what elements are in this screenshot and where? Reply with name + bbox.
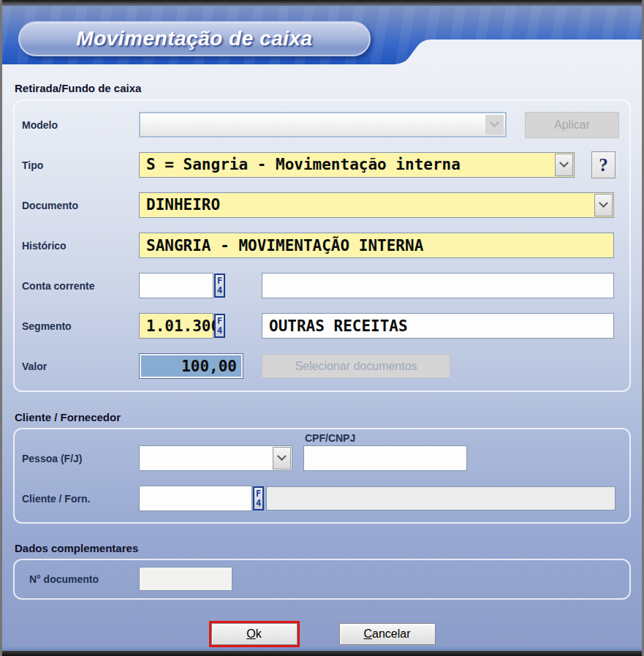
cliente-forn-f4-button[interactable]: F 4 bbox=[253, 486, 264, 510]
num-documento-row: N° documento bbox=[29, 567, 622, 591]
documento-select[interactable]: DINHEIRO bbox=[139, 192, 614, 218]
chevron-down-icon bbox=[599, 198, 608, 208]
ok-button-label: k bbox=[256, 627, 262, 641]
num-documento-label: N° documento bbox=[29, 573, 139, 585]
section-title-retirada: Retirada/Fundo de caixa bbox=[15, 64, 629, 94]
header-swoosh bbox=[393, 39, 642, 64]
dialog-body: Retirada/Fundo de caixa Modelo Aplicar T… bbox=[2, 64, 642, 646]
pessoa-label: Pessoa (F/J) bbox=[22, 453, 139, 471]
cliente-forn-label: Cliente / Forn. bbox=[22, 493, 139, 505]
pessoa-row: Pessoa (F/J) CPF/CNPJ bbox=[22, 432, 622, 471]
segmento-f4-button[interactable]: F 4 bbox=[214, 314, 225, 338]
section-title-cliente: Cliente / Fornecedor bbox=[15, 411, 629, 423]
tipo-dropdown-button[interactable] bbox=[555, 154, 573, 176]
documento-value: DINHEIRO bbox=[140, 193, 220, 217]
num-documento-input[interactable] bbox=[139, 567, 232, 591]
valor-value: 100,00 bbox=[181, 358, 237, 375]
valor-row: Valor 100,00 Selecionar documentos bbox=[22, 353, 622, 379]
historico-row: Histórico SANGRIA - MOVIMENTAÇÃO INTERNA bbox=[22, 233, 622, 258]
window-top-edge bbox=[2, 0, 642, 6]
modelo-select bbox=[139, 112, 507, 137]
documento-row: Documento DINHEIRO bbox=[22, 192, 622, 218]
conta-corrente-desc-input[interactable] bbox=[262, 273, 614, 298]
movimentacao-caixa-dialog: Movimentação de caixa Retirada/Fundo de … bbox=[0, 0, 644, 656]
f4-icon: F bbox=[217, 317, 222, 326]
dialog-title: Movimentação de caixa bbox=[76, 27, 312, 50]
dados-groupbox: N° documento bbox=[13, 559, 631, 600]
tipo-select[interactable]: S = Sangria - Movimentação interna bbox=[139, 152, 575, 178]
cpf-cnpj-input[interactable] bbox=[303, 445, 467, 471]
cancel-button-label: ancelar bbox=[372, 627, 410, 641]
pessoa-dropdown-button[interactable] bbox=[273, 447, 291, 470]
f4-icon: 4 bbox=[256, 499, 261, 508]
window-bottom-edge bbox=[2, 651, 642, 656]
conta-corrente-f4-button[interactable]: F 4 bbox=[214, 274, 225, 298]
cancel-button[interactable]: Cancelar bbox=[339, 623, 436, 645]
pessoa-select[interactable] bbox=[139, 445, 292, 471]
cancel-button-mnemonic: C bbox=[363, 627, 372, 641]
documento-dropdown-button[interactable] bbox=[594, 194, 613, 216]
f4-icon: 4 bbox=[217, 286, 222, 295]
f4-icon: F bbox=[256, 489, 261, 499]
cliente-groupbox: Pessoa (F/J) CPF/CNPJ Cliente / Forn. bbox=[13, 428, 631, 524]
tipo-help-button[interactable]: ? bbox=[591, 151, 615, 178]
ok-highlight-frame: Ok bbox=[209, 621, 300, 647]
footer-buttons: Ok Cancelar bbox=[13, 621, 631, 647]
modelo-dropdown-button bbox=[485, 115, 504, 135]
f4-icon: F bbox=[217, 276, 222, 286]
historico-input[interactable]: SANGRIA - MOVIMENTAÇÃO INTERNA bbox=[139, 233, 614, 258]
historico-value: SANGRIA - MOVIMENTAÇÃO INTERNA bbox=[146, 237, 423, 255]
chevron-down-icon bbox=[490, 118, 499, 127]
section-title-dados: Dados complementares bbox=[15, 542, 629, 554]
conta-corrente-label: Conta corrente bbox=[22, 280, 139, 292]
segmento-desc-value: OUTRAS RECEITAS bbox=[269, 317, 408, 335]
selecionar-documentos-label: Selecionar documentos bbox=[295, 360, 417, 373]
cliente-forn-row: Cliente / Forn. F 4 bbox=[22, 486, 622, 511]
help-icon: ? bbox=[599, 155, 608, 176]
segmento-code-value: 1.01.300 bbox=[146, 317, 220, 335]
cpf-cnpj-label: CPF/CNPJ bbox=[305, 432, 467, 444]
cliente-forn-desc-input bbox=[266, 486, 615, 510]
conta-corrente-code-input[interactable] bbox=[139, 273, 213, 298]
selecionar-documentos-button: Selecionar documentos bbox=[262, 354, 450, 378]
valor-label: Valor bbox=[22, 361, 139, 372]
chevron-down-icon bbox=[277, 451, 287, 461]
aplicar-button-label: Aplicar bbox=[554, 118, 590, 132]
segmento-code-input[interactable]: 1.01.300 bbox=[139, 313, 213, 339]
ok-button-mnemonic: O bbox=[246, 627, 255, 641]
segmento-label: Segmento bbox=[22, 320, 139, 332]
valor-input[interactable]: 100,00 bbox=[139, 353, 243, 379]
tipo-label: Tipo bbox=[22, 159, 139, 171]
cpf-cnpj-field: CPF/CNPJ bbox=[303, 432, 467, 471]
chevron-down-icon bbox=[559, 158, 569, 167]
aplicar-button: Aplicar bbox=[525, 112, 619, 138]
cliente-forn-code-input[interactable] bbox=[139, 486, 252, 511]
tipo-row: Tipo S = Sangria - Movimentação interna … bbox=[22, 152, 622, 178]
modelo-label: Modelo bbox=[22, 119, 139, 131]
modelo-row: Modelo Aplicar bbox=[22, 112, 622, 137]
ok-button[interactable]: Ok bbox=[211, 623, 298, 645]
documento-label: Documento bbox=[22, 200, 139, 211]
f4-icon: 4 bbox=[217, 326, 222, 336]
tipo-value: S = Sangria - Movimentação interna bbox=[140, 153, 461, 177]
dialog-title-pill: Movimentação de caixa bbox=[18, 21, 371, 56]
segmento-desc-input[interactable]: OUTRAS RECEITAS bbox=[262, 313, 614, 339]
historico-label: Histórico bbox=[22, 240, 139, 252]
conta-corrente-row: Conta corrente F 4 bbox=[22, 273, 622, 298]
segmento-row: Segmento 1.01.300 F 4 OUTRAS RECEITAS bbox=[22, 313, 622, 339]
retirada-groupbox: Modelo Aplicar Tipo S = Sangria - Movime… bbox=[13, 99, 631, 392]
dialog-header: Movimentação de caixa bbox=[2, 6, 642, 64]
